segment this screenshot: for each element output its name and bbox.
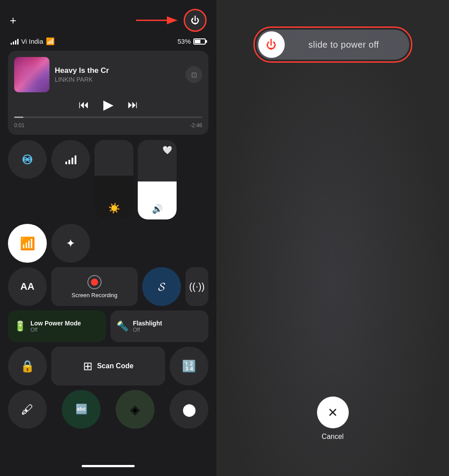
power-thumb-icon: ⏻ (266, 38, 277, 51)
flashlight-button[interactable]: 🔦 Flashlight Off (110, 310, 208, 342)
cancel-icon: ✕ (328, 405, 338, 420)
scan-code-label: Scan Code (97, 362, 134, 370)
low-power-label: Low Power Mode (30, 320, 81, 327)
home-indicator-container (8, 457, 208, 467)
flashlight-label-container: Flashlight Off (133, 320, 162, 333)
control-row-6: 🖋 🔤 ◈ ⬤ (8, 390, 208, 429)
screen-rec-label: Screen Recording (72, 292, 117, 298)
antenna-icon: ((·)) (189, 281, 204, 292)
volume-icon: 🔊 (152, 204, 163, 214)
brightness-icon: ☀️ (108, 203, 120, 214)
cancel-label: Cancel (322, 433, 344, 441)
cellular-icon (65, 155, 76, 164)
notes-button[interactable]: 🖋 (8, 390, 47, 429)
antenna-button[interactable]: ((·)) (185, 267, 208, 306)
battery-icon (193, 38, 206, 45)
time-current: 0:01 (14, 122, 24, 128)
status-bar: Vi India 📶 53% (8, 37, 208, 45)
low-power-icon: 🔋 (14, 321, 26, 332)
right-panel: ⏻ slide to power off ✕ Cancel (216, 0, 449, 476)
album-art (14, 57, 49, 92)
left-panel: + ⏻ Vi India 📶 (0, 0, 216, 476)
cancel-button[interactable]: ✕ (317, 397, 349, 428)
translate-button[interactable]: 🔤 (62, 390, 101, 429)
carrier-info: Vi India 📶 (11, 37, 55, 45)
scan-code-button[interactable]: ⊞ Scan Code (51, 347, 165, 385)
control-row-4: 🔋 Low Power Mode Off 🔦 Flashlight Off (8, 310, 208, 342)
fast-forward-button[interactable]: ⏭ (128, 98, 138, 111)
power-slider-thumb[interactable]: ⏻ (258, 31, 285, 58)
progress-fill (14, 117, 23, 118)
low-power-label-container: Low Power Mode Off (30, 320, 81, 333)
cancel-container: ✕ Cancel (317, 397, 349, 441)
shortcuts-icon: ◈ (130, 402, 140, 417)
artist-name: LINKIN PARK (55, 76, 180, 83)
rewind-button[interactable]: ⏮ (79, 98, 89, 111)
signal-bars-icon (11, 38, 19, 45)
control-row-1: ☀️ 🔊 🤍 (8, 140, 208, 219)
arrow-icon (136, 14, 180, 27)
low-power-button[interactable]: 🔋 Low Power Mode Off (8, 310, 106, 342)
time-remaining: -2:46 (190, 122, 202, 128)
shazam-icon: 𝓢 (158, 280, 165, 294)
vpn-button[interactable] (8, 140, 47, 179)
screen-recording-button[interactable]: Screen Recording (51, 267, 138, 306)
arrow-power-container: ⏻ (136, 9, 207, 32)
carrier-name: Vi India (21, 38, 43, 45)
shortcuts-button[interactable]: ◈ (116, 390, 155, 429)
battery-percent: 53% (177, 38, 191, 45)
cellular-button[interactable] (51, 140, 90, 179)
top-bar: + ⏻ (8, 9, 208, 32)
add-icon[interactable]: + (10, 14, 16, 27)
power-button[interactable]: ⏻ (184, 9, 207, 32)
screen-rec-icon (87, 275, 102, 289)
music-controls: ⏮ ▶ ⏭ (14, 97, 202, 112)
flashlight-sublabel: Off (133, 327, 162, 333)
calculator-icon: 🔢 (182, 359, 196, 373)
vpn-icon (18, 150, 37, 169)
aa-label: AA (20, 281, 34, 292)
translate-icon: 🔤 (75, 404, 87, 415)
control-row-3: AA Screen Recording 𝓢 ((·)) (8, 267, 208, 306)
music-info: Heavy Is the Cr LINKIN PARK (55, 66, 180, 83)
control-row-5: 🔒 ⊞ Scan Code 🔢 (8, 347, 208, 385)
music-player: Heavy Is the Cr LINKIN PARK ⊡ ⏮ ▶ ⏭ 0:01… (8, 51, 208, 135)
flashlight-icon: 🔦 (117, 321, 128, 332)
notes-icon: 🖋 (21, 402, 34, 417)
heart-icon: 🤍 (162, 145, 172, 155)
control-row-2: 📶 ✦ (8, 224, 208, 263)
wifi-btn-icon: 📶 (20, 236, 35, 251)
contrast-button[interactable]: ⬤ (170, 390, 208, 429)
slide-to-power-off-wrapper: ⏻ slide to power off (253, 26, 412, 63)
battery-container: 53% (177, 38, 206, 45)
wifi-button[interactable]: 📶 (8, 224, 47, 263)
bluetooth-button[interactable]: ✦ (51, 224, 90, 263)
qr-icon: ⊞ (83, 359, 93, 373)
slide-power-off-border: ⏻ slide to power off (253, 26, 412, 63)
lock-button[interactable]: 🔒 (8, 347, 47, 385)
slide-power-off-slider[interactable]: ⏻ slide to power off (257, 30, 409, 60)
lock-icon: 🔒 (20, 359, 34, 373)
time-row: 0:01 -2:46 (14, 122, 202, 128)
shazam-button[interactable]: 𝓢 (142, 267, 181, 306)
bluetooth-icon: ✦ (66, 237, 75, 250)
power-icon: ⏻ (191, 15, 200, 26)
airplay-icon: ⊡ (191, 71, 197, 79)
slide-text: slide to power off (289, 40, 399, 50)
progress-bar (14, 117, 202, 118)
airplay-button[interactable]: ⊡ (185, 66, 202, 83)
music-top: Heavy Is the Cr LINKIN PARK ⊡ (14, 57, 202, 92)
play-button[interactable]: ▶ (103, 97, 113, 112)
brightness-slider[interactable]: ☀️ (94, 140, 133, 219)
contrast-icon: ⬤ (182, 402, 196, 417)
low-power-sublabel: Off (30, 327, 81, 333)
control-grid: ☀️ 🔊 🤍 📶 ✦ AA (8, 140, 208, 429)
calculator-button[interactable]: 🔢 (170, 347, 208, 385)
song-title: Heavy Is the Cr (55, 66, 180, 75)
home-indicator (82, 465, 135, 467)
aa-button[interactable]: AA (8, 267, 47, 306)
wifi-icon: 📶 (46, 37, 55, 45)
flashlight-label: Flashlight (133, 320, 162, 327)
volume-slider[interactable]: 🔊 🤍 (138, 140, 177, 219)
